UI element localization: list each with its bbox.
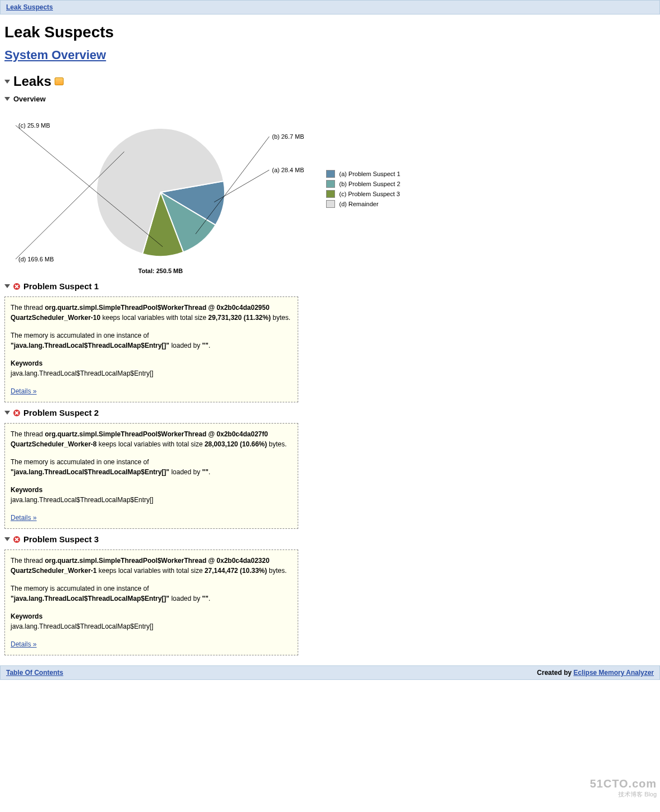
system-overview-link[interactable]: System Overview — [4, 48, 106, 62]
tool-link[interactable]: Eclipse Memory Analyzer — [574, 669, 654, 677]
suspect-keywords: Keywordsjava.lang.ThreadLocal$ThreadLoca… — [11, 358, 292, 378]
suspect-accumulation: The memory is accumulated in one instanc… — [11, 584, 292, 604]
suspect-accumulation: The memory is accumulated in one instanc… — [11, 330, 292, 351]
error-icon — [13, 283, 20, 290]
suspect-description: The thread org.quartz.simpl.SimpleThread… — [11, 303, 292, 323]
details-link[interactable]: Details » — [11, 640, 37, 648]
suspect-description: The thread org.quartz.simpl.SimpleThread… — [11, 429, 292, 449]
callout-b: (b) 26.7 MB — [272, 133, 304, 140]
details-link[interactable]: Details » — [11, 387, 37, 395]
suspect-1-header[interactable]: Problem Suspect 1 — [4, 281, 656, 291]
suspect-3-box: The thread org.quartz.simpl.SimpleThread… — [4, 550, 298, 655]
suspect-keywords: Keywordsjava.lang.ThreadLocal$ThreadLoca… — [11, 485, 292, 505]
collapse-icon — [4, 80, 10, 84]
bottom-bar: Table Of Contents Created by Eclipse Mem… — [0, 665, 660, 680]
callout-c: (c) 25.9 MB — [18, 122, 50, 129]
content-area: Leak Suspects System Overview Leaks Over… — [0, 14, 660, 665]
legend-item-b: (b) Problem Suspect 2 — [326, 180, 400, 188]
suspect-title: Problem Suspect 3 — [23, 534, 99, 544]
page-title: Leak Suspects — [4, 23, 656, 41]
error-icon — [13, 536, 20, 543]
created-by: Created by Eclipse Memory Analyzer — [537, 669, 654, 677]
top-breadcrumb-bar: Leak Suspects — [0, 0, 660, 14]
callout-d: (d) 169.6 MB — [18, 256, 54, 262]
error-icon — [13, 410, 20, 416]
overview-section-header[interactable]: Overview — [4, 95, 656, 103]
document-icon — [55, 77, 64, 85]
legend-item-d: (d) Remainder — [326, 200, 400, 208]
suspect-description: The thread org.quartz.simpl.SimpleThread… — [11, 556, 292, 576]
system-overview-heading: System Overview — [4, 48, 656, 62]
legend-item-c: (c) Problem Suspect 3 — [326, 190, 400, 198]
collapse-icon — [4, 284, 10, 288]
legend-item-a: (a) Problem Suspect 1 — [326, 170, 400, 178]
breadcrumb-link[interactable]: Leak Suspects — [6, 3, 53, 11]
toc-link[interactable]: Table Of Contents — [6, 669, 63, 677]
suspect-2-box: The thread org.quartz.simpl.SimpleThread… — [4, 423, 298, 529]
suspect-accumulation: The memory is accumulated in one instanc… — [11, 457, 292, 477]
pie-chart: (a) 28.4 MB(b) 26.7 MB(c) 25.9 MB(d) 169… — [10, 109, 400, 276]
callout-a: (a) 28.4 MB — [272, 167, 304, 173]
overview-title: Overview — [13, 95, 46, 103]
leaks-section-header[interactable]: Leaks — [4, 74, 656, 89]
suspect-2-header[interactable]: Problem Suspect 2 — [4, 408, 656, 417]
collapse-icon — [4, 537, 10, 541]
details-link[interactable]: Details » — [11, 514, 37, 522]
collapse-icon — [4, 97, 10, 101]
suspect-3-header[interactable]: Problem Suspect 3 — [4, 534, 656, 544]
suspect-keywords: Keywordsjava.lang.ThreadLocal$ThreadLoca… — [11, 611, 292, 631]
leaks-title: Leaks — [13, 74, 51, 89]
suspect-title: Problem Suspect 2 — [23, 408, 99, 417]
suspect-1-box: The thread org.quartz.simpl.SimpleThread… — [4, 296, 298, 402]
suspect-title: Problem Suspect 1 — [23, 281, 99, 291]
chart-total-label: Total: 250.5 MB — [138, 268, 183, 274]
chart-legend: (a) Problem Suspect 1(b) Problem Suspect… — [326, 170, 400, 210]
collapse-icon — [4, 411, 10, 415]
